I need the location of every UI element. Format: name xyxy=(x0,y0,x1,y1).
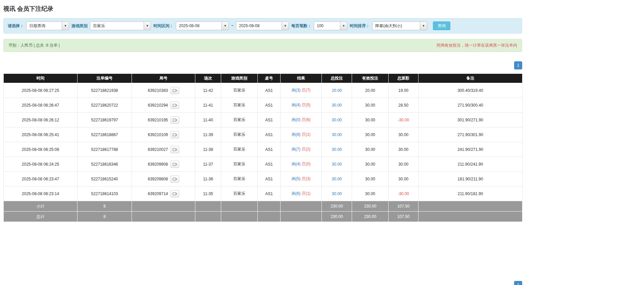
header-total-bet: 总投注 xyxy=(322,74,352,83)
cell-session: 11-37 xyxy=(195,157,221,172)
cell-note: 300.40/319.40 xyxy=(418,83,523,98)
cell-payout: -30.00 xyxy=(389,186,418,201)
cell-table-no: AS1 xyxy=(258,127,281,142)
subtotal-label: 小计 xyxy=(4,201,78,212)
cell-table-no: AS1 xyxy=(258,113,281,127)
round-replay-icon[interactable] xyxy=(170,161,179,168)
chevron-down-icon[interactable]: ▼ xyxy=(282,22,289,30)
cell-total-bet[interactable]: 30.00 xyxy=(322,98,352,113)
cell-total-bet[interactable]: 30.00 xyxy=(322,142,352,157)
result-player: 闲(3) xyxy=(292,88,301,93)
result-player: 闲(4) xyxy=(292,103,301,107)
cell-payout: 30.00 xyxy=(389,127,418,142)
cell-table-no: AS1 xyxy=(258,83,281,98)
chevron-down-icon[interactable]: ▼ xyxy=(340,22,347,30)
cell-note: 301.90/271.90 xyxy=(418,113,523,127)
result-player: 闲(7) xyxy=(292,147,301,152)
search-button[interactable]: 查询 xyxy=(433,21,450,30)
round-id-text: 639210383 xyxy=(148,88,168,93)
chevron-down-icon[interactable]: ▼ xyxy=(420,22,427,30)
round-id-text: 639210027 xyxy=(148,147,168,152)
total-count: 8 xyxy=(78,212,132,222)
cell-table-no: AS1 xyxy=(258,172,281,186)
table-row: 2025-08-08 06:23:47 522718615240 6392098… xyxy=(4,172,523,186)
result-player: 闲(4) xyxy=(292,162,301,166)
result-banker: 庄(1) xyxy=(302,132,311,137)
subtotal-total-bet: 230.00 xyxy=(322,201,352,212)
cell-table-no: AS1 xyxy=(258,142,281,157)
round-replay-icon[interactable] xyxy=(170,190,179,197)
round-id-text: 639210109 xyxy=(148,132,168,137)
info-bar: 币别：人民币 | 总共 :8 注单 | 同局有效投注，统一计算在该局第一张注单内 xyxy=(3,39,522,52)
currency-summary-text: 币别：人民币 | 总共 :8 注单 | xyxy=(8,43,60,48)
round-replay-icon[interactable] xyxy=(170,131,179,138)
cell-session: 11-36 xyxy=(195,172,221,186)
cell-session: 11-38 xyxy=(195,142,221,157)
cell-bet-id: 522718617788 xyxy=(78,142,132,157)
page-size-value: 100 xyxy=(314,22,340,30)
cell-session: 11-39 xyxy=(195,127,221,142)
subtotal-row: 小计 8 230.00 230.00 107.50 xyxy=(4,201,523,212)
game-type-dropdown[interactable]: 百家乐 ▼ xyxy=(90,21,151,30)
cell-table-no: AS1 xyxy=(258,98,281,113)
round-replay-icon[interactable] xyxy=(170,102,179,109)
result-player: 闲(5) xyxy=(292,176,301,181)
total-total-bet: 230.00 xyxy=(322,212,352,222)
cell-time: 2025-08-08 06:24:25 xyxy=(4,157,78,172)
cell-result: 闲(3) 庄(7) xyxy=(281,83,322,98)
pagination-top: 1 xyxy=(3,61,522,69)
cell-total-bet[interactable]: 20.00 xyxy=(322,83,352,98)
header-game-type: 游戏类别 xyxy=(221,74,258,83)
table-row: 2025-08-08 06:27:25 522718621938 6392103… xyxy=(4,83,523,98)
table-row: 2025-08-08 06:25:08 522718617788 6392100… xyxy=(4,142,523,157)
cell-round-id: 639209908 xyxy=(132,157,195,172)
cell-total-bet[interactable]: 30.00 xyxy=(322,127,352,142)
header-table-no: 桌号 xyxy=(258,74,281,83)
cell-game-type: 百家乐 xyxy=(221,186,258,201)
cell-total-bet[interactable]: 30.00 xyxy=(322,186,352,201)
page-1-button[interactable]: 1 xyxy=(514,281,522,285)
page-size-label: 每页笔数： xyxy=(291,23,311,29)
cell-session: 11-35 xyxy=(195,186,221,201)
cell-total-bet[interactable]: 30.00 xyxy=(322,172,352,186)
cell-game-type: 百家乐 xyxy=(221,157,258,172)
page-1-button[interactable]: 1 xyxy=(514,61,522,69)
cell-round-id: 639210195 xyxy=(132,113,195,127)
result-banker: 庄(0) xyxy=(302,162,311,166)
cell-round-id: 639209808 xyxy=(132,172,195,186)
subtotal-count: 8 xyxy=(78,201,132,212)
chevron-down-icon[interactable]: ▼ xyxy=(221,22,229,30)
cell-bet-id: 522718620722 xyxy=(78,98,132,113)
cell-bet-id: 522718619797 xyxy=(78,113,132,127)
sort-value: 降幂(由大到小) xyxy=(373,22,420,30)
cell-payout: 30.00 xyxy=(389,172,418,186)
chevron-down-icon[interactable]: ▼ xyxy=(62,22,69,30)
chevron-down-icon[interactable]: ▼ xyxy=(144,22,151,30)
date-from-dropdown[interactable]: 2025-08-08 ▼ xyxy=(176,21,229,30)
cell-total-bet[interactable]: 30.00 xyxy=(322,113,352,127)
round-replay-icon[interactable] xyxy=(170,87,179,94)
cell-result: 闲(6) 庄(1) xyxy=(281,186,322,201)
cell-bet-id: 522718616346 xyxy=(78,157,132,172)
page: 视讯 会员下注纪录 请选择： 日期查询 ▼ 游戏类别 百家乐 ▼ 时间区间： 2… xyxy=(3,0,522,285)
round-id-text: 639210294 xyxy=(148,103,168,108)
round-replay-icon[interactable] xyxy=(170,146,179,153)
round-replay-icon[interactable] xyxy=(170,175,179,183)
bet-records-table: 时间 注单编号 局号 场次 游戏类别 桌号 结果 总投注 有效投注 总派彩 备注… xyxy=(3,73,523,222)
page-size-dropdown[interactable]: 100 ▼ xyxy=(314,21,347,30)
select-type-dropdown[interactable]: 日期查询 ▼ xyxy=(26,21,69,30)
round-replay-icon[interactable] xyxy=(170,116,179,124)
result-banker: 庄(3) xyxy=(302,176,311,181)
cell-total-bet[interactable]: 30.00 xyxy=(322,157,352,172)
cell-note: 211.90/181.90 xyxy=(418,186,523,201)
cell-time: 2025-08-08 06:26:12 xyxy=(4,113,78,127)
date-separator: ~ xyxy=(231,23,234,28)
sort-label: 时间排序： xyxy=(350,23,370,29)
cell-valid-bet: 20.00 xyxy=(352,83,389,98)
cell-note: 271.90/300.40 xyxy=(418,98,523,113)
sort-dropdown[interactable]: 降幂(由大到小) ▼ xyxy=(372,21,427,30)
cell-valid-bet: 30.00 xyxy=(352,172,389,186)
round-id-text: 639210195 xyxy=(148,118,168,122)
cell-note: 181.90/211.90 xyxy=(418,172,523,186)
date-to-dropdown[interactable]: 2025-08-08 ▼ xyxy=(236,21,289,30)
